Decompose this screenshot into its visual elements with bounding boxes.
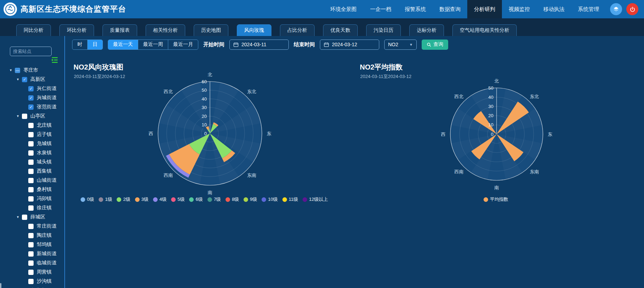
tree-checkbox[interactable]: ✓	[28, 95, 34, 101]
tree-row[interactable]: ▼—枣庄市	[0, 66, 65, 75]
legend-item[interactable]: 9级	[244, 196, 257, 203]
legend-item[interactable]: 6级	[189, 196, 203, 203]
tree-checkbox[interactable]	[28, 242, 34, 247]
tree-checkbox[interactable]: ✓	[28, 104, 34, 110]
tree-row[interactable]: 西集镇	[0, 167, 65, 176]
tree-checkbox[interactable]	[28, 187, 34, 192]
tree-checkbox[interactable]	[28, 150, 34, 156]
tree-collapse-button[interactable]	[51, 56, 59, 65]
tab-item[interactable]: 优良天数	[323, 24, 358, 36]
tree-row[interactable]: ▼✓高新区	[0, 75, 65, 84]
tree-row[interactable]: 徐庄镇	[0, 203, 65, 212]
tree-checkbox[interactable]	[28, 141, 34, 146]
tree-checkbox[interactable]	[22, 114, 27, 119]
tree-checkbox[interactable]	[28, 196, 34, 202]
tree-row[interactable]: 邹坞镇	[0, 240, 65, 249]
tree-row[interactable]: 周营镇	[0, 268, 65, 277]
end-date-input[interactable]: 2024-03-12	[320, 40, 379, 50]
tree-row[interactable]: 山城街道	[0, 176, 65, 185]
segment-button[interactable]: 最近一周	[138, 40, 168, 49]
tree-row[interactable]: 北庄镇	[0, 121, 65, 130]
tab-item[interactable]: 质量报表	[103, 24, 137, 36]
legend-item[interactable]: 4级	[153, 196, 166, 203]
tree-row[interactable]: 新城街道	[0, 249, 65, 258]
tree-checkbox[interactable]: ✓	[22, 77, 27, 82]
nav-item[interactable]: 移动执法	[537, 0, 571, 18]
nav-item[interactable]: 视频监控	[502, 0, 537, 18]
caret-down-icon[interactable]: ▼	[16, 114, 22, 118]
legend-item[interactable]: 2级	[117, 196, 130, 203]
nav-item[interactable]: 一企一档	[363, 0, 398, 18]
tree-row[interactable]: 临城街道	[0, 258, 65, 268]
tree-checkbox[interactable]	[28, 178, 34, 183]
sidebar-scrollbar[interactable]	[0, 283, 1, 288]
tree-checkbox[interactable]	[28, 205, 34, 211]
tree-checkbox[interactable]	[28, 279, 34, 284]
tree-checkbox[interactable]	[28, 260, 34, 266]
legend-item[interactable]: 0级	[81, 196, 94, 203]
tree-row[interactable]: ✓兴城街道	[0, 93, 65, 102]
tab-item[interactable]: 环比分析	[59, 24, 94, 36]
nav-item[interactable]: 环境全景图	[323, 0, 363, 18]
tree-checkbox[interactable]	[28, 251, 34, 257]
tree-checkbox[interactable]	[22, 215, 27, 220]
tab-item[interactable]: 污染日历	[366, 24, 401, 36]
caret-down-icon[interactable]: ▼	[16, 215, 22, 219]
tab-item[interactable]: 风向玫瑰	[237, 24, 271, 36]
nav-item[interactable]: 数据查询	[433, 0, 467, 18]
tab-item[interactable]: 空气站用电相关性分析	[452, 24, 517, 36]
tree-row[interactable]: ✓兴仁街道	[0, 84, 65, 93]
legend-item[interactable]: 8级	[226, 196, 239, 203]
tree-checkbox[interactable]: —	[15, 68, 20, 73]
caret-down-icon[interactable]: ▼	[16, 78, 22, 81]
layers-button[interactable]	[610, 3, 622, 15]
tree-checkbox[interactable]	[28, 160, 34, 165]
nav-item[interactable]: 报警系统	[398, 0, 433, 18]
tab-item[interactable]: 历史地图	[194, 24, 228, 36]
tree-row[interactable]: 桑村镇	[0, 185, 65, 194]
tree-row[interactable]: ▼薛城区	[0, 212, 65, 222]
tab-item[interactable]: 占比分析	[280, 24, 315, 36]
segment-button[interactable]: 时	[72, 40, 87, 49]
tree-row[interactable]: 城头镇	[0, 157, 65, 167]
legend-item[interactable]: 12级以上	[303, 196, 328, 203]
tree-checkbox[interactable]	[28, 270, 34, 275]
nav-item[interactable]: 系统管理	[571, 0, 606, 18]
legend-item[interactable]: 1级	[99, 196, 112, 203]
segment-button[interactable]: 最近一天	[108, 40, 138, 49]
tab-item[interactable]: 达标分析	[409, 24, 444, 36]
tree-checkbox[interactable]	[28, 169, 34, 174]
legend-item[interactable]: 5级	[171, 196, 185, 203]
tree-checkbox[interactable]	[28, 224, 34, 229]
legend-item[interactable]: 10级	[262, 196, 277, 203]
tree-row[interactable]: 水泉镇	[0, 148, 65, 157]
tree-row[interactable]: 冯卯镇	[0, 194, 65, 203]
tree-checkbox[interactable]: ✓	[28, 86, 34, 91]
tree-row[interactable]: 陶庄镇	[0, 231, 65, 240]
legend-item[interactable]: 7级	[207, 196, 221, 203]
start-date-input[interactable]: 2024-03-11	[229, 40, 289, 50]
power-button[interactable]	[626, 3, 638, 15]
tree-row[interactable]: 凫城镇	[0, 139, 65, 148]
segment-button[interactable]: 日	[87, 40, 103, 49]
tree-row[interactable]: 店子镇	[0, 130, 65, 139]
tree-row[interactable]: 沙沟镇	[0, 277, 65, 286]
tree-row[interactable]: ▼台儿庄区	[0, 286, 65, 288]
tab-item[interactable]: 同比分析	[16, 24, 51, 36]
tree-row[interactable]: ▼山亭区	[0, 112, 65, 121]
legend-item[interactable]: 3级	[135, 196, 148, 203]
tree-checkbox[interactable]	[28, 123, 34, 128]
nav-item[interactable]: 分析研判	[467, 0, 502, 18]
search-input[interactable]	[10, 47, 52, 56]
legend-item[interactable]: 11级	[282, 196, 298, 203]
tree-checkbox[interactable]	[28, 233, 34, 238]
query-button[interactable]: 查询	[422, 40, 448, 50]
legend-item[interactable]: 平均指数	[484, 196, 508, 203]
tab-item[interactable]: 相关性分析	[146, 24, 185, 36]
tree-row[interactable]: 常庄街道	[0, 222, 65, 231]
tree-row[interactable]: ✓张范街道	[0, 102, 65, 112]
caret-down-icon[interactable]: ▼	[9, 68, 15, 72]
segment-button[interactable]: 最近一月	[168, 40, 198, 49]
tree-checkbox[interactable]	[28, 132, 34, 137]
pollutant-select[interactable]: NO2 ▼	[384, 40, 417, 50]
